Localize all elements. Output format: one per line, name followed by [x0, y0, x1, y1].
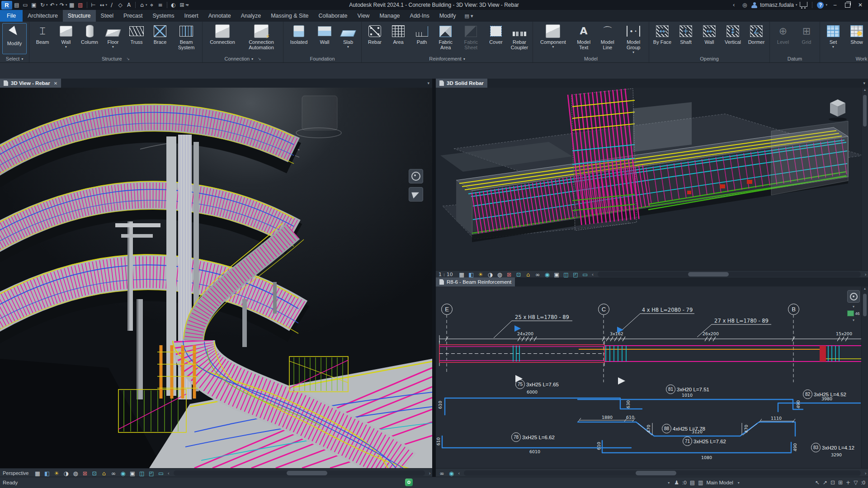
- measure-icon[interactable]: ↔: [98, 1, 106, 9]
- redo-icon[interactable]: ↷: [58, 1, 66, 9]
- cart-icon[interactable]: [800, 2, 807, 7]
- view-tab-3d-rebar[interactable]: 3D View - Rebar ✕: [0, 79, 61, 88]
- area-button[interactable]: Area: [387, 22, 410, 55]
- tab-structure[interactable]: Structure: [63, 10, 96, 22]
- rebar-set-label[interactable]: 25 x H8 L=1780 - 89: [515, 314, 569, 320]
- beam-system-button[interactable]: Beam System: [172, 22, 201, 55]
- crop-view-icon[interactable]: ⊠: [80, 469, 89, 477]
- select-underlay-icon[interactable]: ↗: [823, 479, 827, 486]
- section-icon[interactable]: ⊢: [90, 1, 98, 9]
- select-pinned-icon[interactable]: ⊡: [830, 479, 835, 486]
- panel-caption-select[interactable]: Select▾: [0, 55, 29, 62]
- undo-icon[interactable]: ↶: [48, 1, 57, 9]
- view-tab-3d-solid-rebar[interactable]: 3D Solid Rebar: [436, 79, 487, 88]
- drawing-vertical-scrollbar[interactable]: ▴: [861, 286, 868, 468]
- measure-caret-icon[interactable]: ▾: [106, 3, 108, 7]
- restore-button[interactable]: [843, 1, 853, 9]
- rebar-callout-83[interactable]: 83 3xH20 L=4.12: [811, 443, 854, 452]
- minimize-button[interactable]: –: [830, 1, 840, 9]
- right-top-vertical-scrollbar[interactable]: ▴: [861, 88, 868, 270]
- view-tab-overflow-icon[interactable]: ▾: [860, 79, 868, 88]
- help-caret-icon[interactable]: ▾: [826, 3, 827, 7]
- select-by-face-icon[interactable]: ⊞: [838, 479, 843, 486]
- steering-wheel-button[interactable]: [847, 290, 860, 303]
- scroll-left-icon[interactable]: ‹: [166, 470, 170, 476]
- select-links-icon[interactable]: ↖: [815, 479, 820, 486]
- save-icon[interactable]: ▣: [30, 1, 38, 9]
- switch-windows-icon[interactable]: ⊞: [178, 1, 186, 9]
- rebar-coupler-button[interactable]: Rebar Coupler: [508, 22, 531, 55]
- rebar-callout-71[interactable]: 71 3xH25 L=7.62: [683, 436, 726, 446]
- path-button[interactable]: Path: [410, 22, 434, 55]
- model-group-button[interactable]: Model Group▾: [619, 22, 647, 55]
- close-button[interactable]: ✕: [855, 1, 865, 9]
- nav-caret-icon[interactable]: ▾: [851, 305, 856, 309]
- isolated-button[interactable]: Isolated: [285, 22, 313, 55]
- rebar-button[interactable]: Rebar: [363, 22, 387, 55]
- filter-icon[interactable]: ▽: [854, 479, 858, 486]
- revit-logo[interactable]: R: [1, 1, 12, 9]
- wall-button[interactable]: Wall▾: [54, 22, 78, 55]
- scroll-left-icon[interactable]: ‹: [590, 272, 595, 277]
- model-display-icon[interactable]: ◧: [42, 469, 51, 477]
- modify-button[interactable]: Modify: [2, 23, 27, 54]
- temporary-view-properties-icon[interactable]: ◰: [147, 469, 156, 477]
- set-button[interactable]: Set▾: [821, 22, 845, 55]
- connection-dialog-launcher-icon[interactable]: ↘: [258, 56, 261, 61]
- horizontal-scrollbar[interactable]: [598, 272, 860, 277]
- grid-bubble-c[interactable]: C: [598, 304, 609, 315]
- twinmotion-icon[interactable]: ✿: [405, 479, 413, 486]
- panel-caption-reinforcement[interactable]: Reinforcement▾: [362, 55, 533, 62]
- by-face-button[interactable]: ↔By Face: [651, 22, 674, 55]
- workset-icon[interactable]: ♟: [674, 479, 679, 486]
- connection-button[interactable]: Connection: [204, 22, 241, 55]
- sync-icon[interactable]: ↻: [38, 1, 47, 9]
- crop-region-icon[interactable]: ⊡: [90, 469, 99, 477]
- beam-reinforcement-viewport[interactable]: E C B 25 x H8 L=1780 - 89 4 x H8 L=2080 …: [436, 286, 868, 468]
- cover-button[interactable]: Cover: [484, 22, 508, 55]
- worksharing-display-icon[interactable]: ◫: [137, 469, 146, 477]
- home-caret-icon[interactable]: ▾: [146, 3, 147, 7]
- thin-lines-icon[interactable]: ≡: [156, 1, 165, 9]
- view-scale-label[interactable]: Perspective: [0, 470, 32, 476]
- tab-insert[interactable]: Insert: [179, 10, 203, 22]
- visibility-icon[interactable]: ◐: [170, 1, 178, 9]
- design-option-value[interactable]: Main Model: [706, 480, 733, 485]
- rebar-set-label[interactable]: 4 x H8 L=2080 - 79: [642, 307, 693, 313]
- column-button[interactable]: Column: [78, 22, 101, 55]
- model-text-button[interactable]: AModel Text: [572, 22, 595, 55]
- qat-customize-icon[interactable]: ▾: [187, 3, 189, 7]
- ref-plane-icon[interactable]: ⋄: [148, 1, 156, 9]
- rebar-callout-78[interactable]: 78 3xH25 L=6.62: [511, 432, 555, 442]
- view-tab-overflow-icon[interactable]: ▾: [425, 79, 432, 88]
- help-icon[interactable]: ?: [817, 2, 824, 9]
- design-options-list-icon[interactable]: ▥: [698, 479, 703, 486]
- view-scale-control[interactable]: 1 : 10: [436, 272, 457, 277]
- tab-view[interactable]: View: [353, 10, 375, 22]
- tab-steel[interactable]: Steel: [96, 10, 119, 22]
- section-marker[interactable]: 46: [847, 310, 859, 316]
- structure-dialog-launcher-icon[interactable]: ↘: [127, 56, 130, 61]
- displacement-icon[interactable]: ▭: [156, 469, 165, 477]
- transfer-icon[interactable]: ▧: [76, 1, 85, 9]
- tab-massing-site[interactable]: Massing & Site: [266, 10, 313, 22]
- floor-button[interactable]: Floor▾: [101, 22, 125, 55]
- tab-analyze[interactable]: Analyze: [236, 10, 266, 22]
- truss-button[interactable]: Truss: [125, 22, 148, 55]
- drag-on-selection-icon[interactable]: +: [846, 479, 850, 486]
- pane-divider[interactable]: [432, 79, 436, 477]
- tab-manage[interactable]: Manage: [374, 10, 405, 22]
- panel-caption-datum[interactable]: Datum: [770, 55, 820, 62]
- grid-bubble-b[interactable]: B: [788, 304, 799, 315]
- panel-caption-structure[interactable]: Structure↘: [29, 55, 202, 62]
- rebar-callout-75[interactable]: 75 3xH25 L=7.65: [515, 380, 559, 389]
- tab-file[interactable]: File: [0, 10, 23, 22]
- show-button[interactable]: Show: [845, 22, 868, 55]
- render-icon[interactable]: ◍: [71, 469, 80, 477]
- steering-wheel-button[interactable]: [409, 169, 423, 183]
- scrollbar-thumb[interactable]: [863, 294, 867, 316]
- sheet-tab-r8-6[interactable]: R8-6 - Beam Reinforcement: [436, 277, 515, 286]
- scroll-right-icon[interactable]: ›: [863, 272, 868, 277]
- visual-style-icon[interactable]: ▦: [33, 469, 42, 477]
- dormer-button[interactable]: ∠Dormer: [745, 22, 768, 55]
